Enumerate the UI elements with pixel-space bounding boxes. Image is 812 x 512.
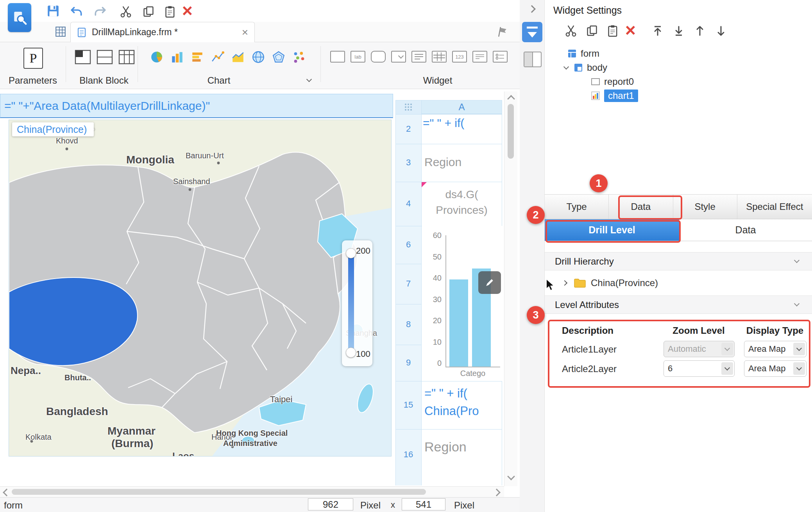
delete-icon[interactable]: × [182, 0, 193, 21]
cell-a4[interactable]: ds4.G( Provinces) [421, 187, 502, 222]
drill-breadcrumb-chip[interactable]: China(Province) [12, 122, 94, 136]
blank-block-icon-3[interactable] [118, 49, 135, 65]
tab-style[interactable]: Style [673, 195, 737, 219]
chart-edit-button[interactable] [478, 271, 501, 294]
tab-special-effect[interactable]: Special Effect [737, 195, 812, 219]
button-widget-icon[interactable] [371, 51, 386, 63]
horizontal-scroll-thumb[interactable] [12, 489, 426, 495]
row-number[interactable]: 3 [395, 158, 421, 168]
redo-icon[interactable] [93, 5, 107, 19]
subtab-drill-level[interactable]: Drill Level [545, 219, 679, 241]
level-attributes-header[interactable]: Level Attributes [545, 295, 812, 314]
cut-icon[interactable] [119, 5, 133, 19]
height-input[interactable]: 541 [402, 498, 445, 510]
column-chart-icon[interactable] [170, 50, 184, 64]
map-chart-icon[interactable] [251, 50, 265, 64]
map-canvas[interactable]: Khovd Mongolia Baruun-Urt Sainshand Nepa… [9, 120, 392, 457]
panel-paste-icon[interactable] [606, 24, 620, 38]
scroll-down-icon[interactable] [507, 473, 515, 480]
dot-chart-icon[interactable] [292, 50, 306, 64]
tree-item-form[interactable]: form [545, 47, 812, 60]
textarea-widget-icon[interactable] [472, 51, 487, 63]
blank-block-icon-1[interactable] [74, 49, 91, 65]
tree-item-body[interactable]: body [545, 61, 812, 74]
drill-hierarchy-header[interactable]: Drill Hierarchy [545, 252, 812, 270]
layout-mode-icon[interactable] [524, 52, 542, 67]
radiogroup-widget-icon[interactable] [493, 51, 508, 63]
map-range-legend[interactable]: 200 100 [342, 240, 372, 366]
embedded-bar-chart[interactable]: 60 50 40 30 20 10 0 Catego [422, 226, 502, 381]
panel-delete-icon[interactable]: × [625, 20, 636, 41]
sheet-column-header-A[interactable]: A [421, 100, 502, 114]
display-select-1-dropdown-icon[interactable] [793, 343, 805, 355]
vertical-scrollbar[interactable] [504, 91, 517, 486]
panel-toggle-button[interactable] [522, 22, 542, 42]
scroll-right-icon[interactable] [493, 489, 501, 496]
save-icon[interactable] [46, 4, 60, 18]
vertical-scroll-thumb[interactable] [508, 104, 514, 159]
move-to-top-icon[interactable] [651, 24, 664, 38]
zoom-select-2-dropdown-icon[interactable] [721, 362, 733, 375]
formula-bar[interactable]: =" "+"Area Data(MultilayerDrillLinkage)" [0, 94, 393, 118]
row-number[interactable]: 9 [395, 358, 421, 368]
cell-a3[interactable]: Region [424, 156, 501, 179]
drill-hierarchy-collapse-icon[interactable] [794, 257, 799, 263]
width-input[interactable]: 962 [308, 498, 353, 510]
combobox-widget-icon[interactable] [391, 51, 406, 63]
row-number[interactable]: 6 [395, 240, 421, 250]
row-number[interactable]: 8 [395, 319, 421, 329]
row-number[interactable]: 4 [395, 199, 421, 209]
pie-chart-icon[interactable] [150, 50, 164, 64]
number-widget-icon[interactable]: 123 [452, 51, 467, 63]
preview-button[interactable] [8, 3, 31, 32]
scroll-up-icon[interactable] [507, 95, 515, 103]
collapse-panel-icon[interactable] [528, 5, 536, 13]
display-type-select-1[interactable]: Area Map [744, 341, 807, 357]
panel-copy-icon[interactable] [585, 24, 599, 38]
parameters-icon[interactable]: P [23, 48, 43, 69]
label-widget-icon[interactable]: lab [351, 51, 365, 63]
document-tab[interactable]: DrillMapLinkage.frm * × [70, 22, 255, 42]
zoom-level-select-1[interactable]: Automatic [664, 341, 735, 357]
textfield-widget-icon[interactable] [330, 51, 345, 63]
paste-icon[interactable] [163, 5, 177, 19]
copy-icon[interactable] [141, 5, 156, 19]
blank-block-icon-2[interactable] [96, 49, 113, 65]
radar-chart-icon[interactable] [272, 50, 286, 64]
dock-flag-icon[interactable] [495, 25, 509, 38]
zoom-select-1-dropdown-icon[interactable] [721, 343, 733, 355]
sheet-grid-icon[interactable] [54, 25, 67, 38]
move-down-icon[interactable] [714, 24, 728, 38]
horizontal-scrollbar[interactable] [0, 486, 504, 497]
level-attributes-collapse-icon[interactable] [794, 301, 799, 306]
cell-a2[interactable]: =" " + if( [423, 116, 501, 142]
tree-item-chart1[interactable]: chart1 [545, 89, 812, 102]
area-chart-icon[interactable] [231, 50, 245, 64]
panel-cut-icon[interactable] [564, 24, 578, 38]
tree-item-report0[interactable]: report0 [545, 75, 812, 88]
cell-a15[interactable]: =" " + if( China(Pro [424, 385, 501, 428]
row-number[interactable]: 16 [395, 449, 421, 460]
undo-icon[interactable] [70, 5, 84, 19]
sheet-corner-cell[interactable] [395, 100, 421, 114]
bar-chart-icon[interactable] [190, 50, 204, 64]
move-to-bottom-icon[interactable] [672, 24, 685, 38]
table-widget-icon[interactable] [432, 51, 447, 63]
scatter-chart-icon[interactable] [211, 50, 225, 64]
row-number[interactable]: 15 [395, 400, 421, 410]
display-type-select-2[interactable]: Area Map [744, 360, 807, 377]
move-up-icon[interactable] [693, 24, 706, 38]
hierarchy-expand-icon[interactable] [562, 280, 567, 286]
chart-group-label[interactable]: Chart [191, 75, 246, 86]
legend-handle-min[interactable] [346, 347, 356, 358]
legend-gradient-bar[interactable] [348, 252, 354, 354]
list-widget-icon[interactable] [411, 51, 426, 63]
tab-type[interactable]: Type [545, 195, 609, 219]
scroll-left-icon[interactable] [3, 489, 11, 496]
tree-expand-icon[interactable] [563, 64, 569, 70]
row-number[interactable]: 2 [395, 124, 421, 134]
legend-handle-max[interactable] [346, 248, 356, 258]
hierarchy-item-row[interactable]: China(Province) [545, 270, 812, 295]
subtab-data[interactable]: Data [679, 219, 812, 241]
row-number[interactable]: 7 [395, 279, 421, 289]
